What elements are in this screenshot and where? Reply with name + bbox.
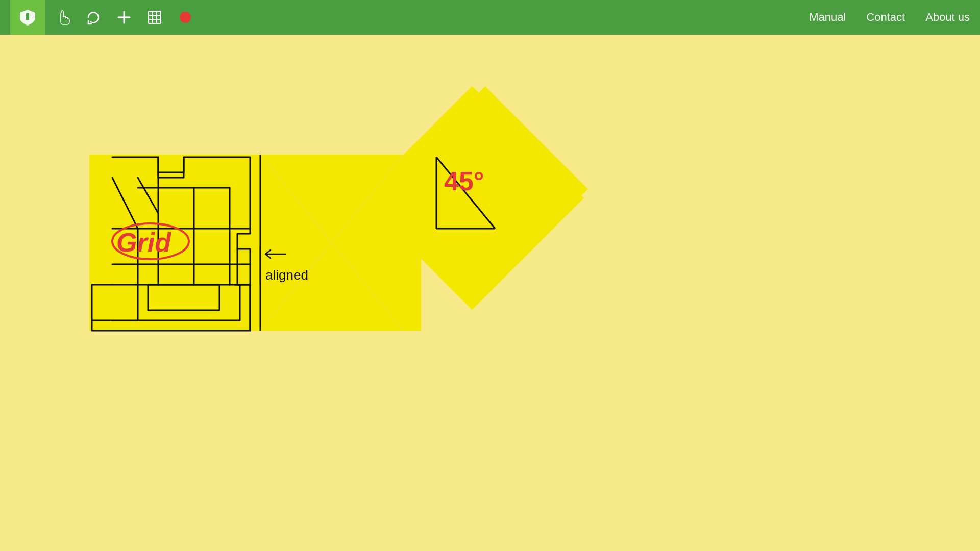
contact-link[interactable]: Contact (866, 11, 905, 24)
cursor-tool[interactable] (50, 0, 76, 35)
grid-icon (147, 10, 162, 25)
add-tool[interactable] (111, 0, 137, 35)
arrow-shape (89, 86, 588, 331)
record-dot (180, 12, 191, 23)
grid-tool[interactable] (142, 0, 167, 35)
canvas-area[interactable]: aligned Grid 45° (0, 35, 980, 551)
svg-text:45°: 45° (444, 166, 484, 196)
svg-point-1 (26, 13, 29, 16)
refresh-tool[interactable] (81, 0, 106, 35)
refresh-icon (86, 10, 101, 25)
logo-button[interactable] (10, 0, 45, 35)
svg-rect-26 (92, 285, 138, 320)
svg-text:aligned: aligned (265, 267, 308, 283)
logo-icon (18, 8, 37, 27)
plus-icon (116, 10, 132, 25)
navbar: Manual Contact About us (0, 0, 980, 35)
svg-text:Grid: Grid (116, 228, 172, 257)
svg-rect-5 (149, 11, 161, 23)
record-tool[interactable] (173, 0, 198, 35)
about-link[interactable]: About us (925, 11, 970, 24)
manual-link[interactable]: Manual (809, 11, 846, 24)
hand-icon (55, 10, 70, 25)
drawing-canvas[interactable]: aligned Grid 45° (0, 35, 980, 551)
